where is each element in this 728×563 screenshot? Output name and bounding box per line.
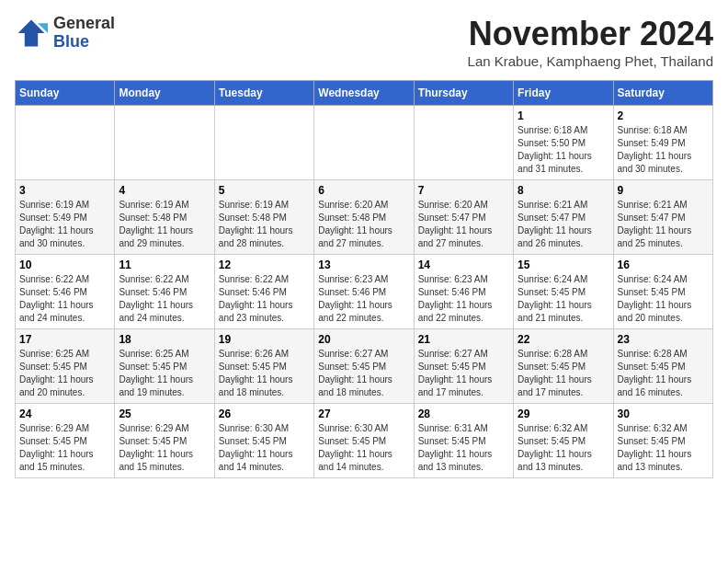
calendar-cell-2-5: 7Sunrise: 6:20 AM Sunset: 5:47 PM Daylig… (414, 180, 513, 255)
calendar-cell-2-1: 3Sunrise: 6:19 AM Sunset: 5:49 PM Daylig… (16, 180, 115, 255)
day-number: 28 (418, 408, 509, 420)
week-row-3: 10Sunrise: 6:22 AM Sunset: 5:46 PM Dayli… (16, 255, 713, 329)
day-number: 6 (318, 184, 409, 197)
calendar-cell-5-4: 27Sunrise: 6:30 AM Sunset: 5:45 PM Dayli… (314, 404, 414, 478)
calendar-cell-3-3: 12Sunrise: 6:22 AM Sunset: 5:46 PM Dayli… (214, 255, 313, 329)
weekday-header-monday: Monday (115, 81, 214, 106)
calendar-cell-4-3: 19Sunrise: 6:26 AM Sunset: 5:45 PM Dayli… (214, 329, 313, 404)
calendar-cell-2-3: 5Sunrise: 6:19 AM Sunset: 5:48 PM Daylig… (214, 180, 313, 255)
calendar-cell-4-4: 20Sunrise: 6:27 AM Sunset: 5:45 PM Dayli… (314, 329, 414, 404)
day-info: Sunrise: 6:22 AM Sunset: 5:46 PM Dayligh… (219, 273, 310, 325)
calendar-table: SundayMondayTuesdayWednesdayThursdayFrid… (15, 80, 713, 478)
day-number: 12 (219, 259, 310, 271)
day-number: 30 (618, 408, 709, 420)
header: General Blue November 2024 Lan Krabue, K… (15, 15, 713, 69)
day-info: Sunrise: 6:22 AM Sunset: 5:46 PM Dayligh… (19, 273, 110, 325)
day-info: Sunrise: 6:24 AM Sunset: 5:45 PM Dayligh… (518, 273, 609, 325)
calendar-cell-3-5: 14Sunrise: 6:23 AM Sunset: 5:46 PM Dayli… (414, 255, 513, 329)
day-number: 27 (318, 408, 409, 420)
week-row-5: 24Sunrise: 6:29 AM Sunset: 5:45 PM Dayli… (16, 404, 713, 478)
day-number: 1 (518, 109, 609, 122)
day-info: Sunrise: 6:32 AM Sunset: 5:45 PM Dayligh… (618, 422, 709, 474)
day-info: Sunrise: 6:19 AM Sunset: 5:49 PM Dayligh… (19, 199, 110, 250)
day-info: Sunrise: 6:23 AM Sunset: 5:46 PM Dayligh… (418, 273, 509, 325)
day-info: Sunrise: 6:30 AM Sunset: 5:45 PM Dayligh… (318, 422, 409, 474)
calendar-cell-1-4 (314, 106, 414, 180)
day-number: 25 (119, 408, 210, 420)
day-info: Sunrise: 6:18 AM Sunset: 5:50 PM Dayligh… (518, 124, 609, 176)
day-info: Sunrise: 6:21 AM Sunset: 5:47 PM Dayligh… (618, 199, 709, 250)
title-area: November 2024 Lan Krabue, Kamphaeng Phet… (468, 15, 713, 69)
logo-text: General Blue (53, 15, 115, 52)
calendar-cell-3-2: 11Sunrise: 6:22 AM Sunset: 5:46 PM Dayli… (115, 255, 214, 329)
day-info: Sunrise: 6:18 AM Sunset: 5:49 PM Dayligh… (618, 124, 709, 176)
calendar-cell-1-7: 2Sunrise: 6:18 AM Sunset: 5:49 PM Daylig… (613, 106, 712, 180)
day-info: Sunrise: 6:32 AM Sunset: 5:45 PM Dayligh… (518, 422, 609, 474)
calendar-cell-1-5 (414, 106, 513, 180)
day-number: 7 (418, 184, 509, 197)
weekday-header-row: SundayMondayTuesdayWednesdayThursdayFrid… (16, 81, 713, 106)
day-number: 20 (318, 333, 409, 346)
day-number: 17 (19, 333, 110, 346)
weekday-header-thursday: Thursday (414, 81, 513, 106)
day-info: Sunrise: 6:20 AM Sunset: 5:47 PM Dayligh… (418, 199, 509, 250)
calendar-cell-2-2: 4Sunrise: 6:19 AM Sunset: 5:48 PM Daylig… (115, 180, 214, 255)
day-number: 29 (518, 408, 609, 420)
day-info: Sunrise: 6:27 AM Sunset: 5:45 PM Dayligh… (418, 348, 509, 399)
day-number: 14 (418, 259, 509, 271)
calendar-cell-3-1: 10Sunrise: 6:22 AM Sunset: 5:46 PM Dayli… (16, 255, 115, 329)
calendar-cell-5-7: 30Sunrise: 6:32 AM Sunset: 5:45 PM Dayli… (613, 404, 712, 478)
week-row-2: 3Sunrise: 6:19 AM Sunset: 5:49 PM Daylig… (16, 180, 713, 255)
day-number: 10 (19, 259, 110, 271)
logo: General Blue (15, 15, 115, 52)
calendar-cell-4-7: 23Sunrise: 6:28 AM Sunset: 5:45 PM Dayli… (613, 329, 712, 404)
day-number: 24 (19, 408, 110, 420)
day-number: 11 (119, 259, 210, 271)
calendar-cell-3-6: 15Sunrise: 6:24 AM Sunset: 5:45 PM Dayli… (514, 255, 613, 329)
day-number: 19 (219, 333, 310, 346)
day-number: 3 (19, 184, 110, 197)
day-number: 26 (219, 408, 310, 420)
calendar-cell-1-2 (115, 106, 214, 180)
calendar-cell-5-3: 26Sunrise: 6:30 AM Sunset: 5:45 PM Dayli… (214, 404, 313, 478)
day-info: Sunrise: 6:25 AM Sunset: 5:45 PM Dayligh… (19, 348, 110, 399)
calendar-cell-2-4: 6Sunrise: 6:20 AM Sunset: 5:48 PM Daylig… (314, 180, 414, 255)
day-info: Sunrise: 6:25 AM Sunset: 5:45 PM Dayligh… (119, 348, 210, 399)
calendar-cell-5-2: 25Sunrise: 6:29 AM Sunset: 5:45 PM Dayli… (115, 404, 214, 478)
calendar-cell-4-2: 18Sunrise: 6:25 AM Sunset: 5:45 PM Dayli… (115, 329, 214, 404)
day-info: Sunrise: 6:31 AM Sunset: 5:45 PM Dayligh… (418, 422, 509, 474)
day-number: 2 (618, 109, 709, 122)
weekday-header-wednesday: Wednesday (314, 81, 414, 106)
day-info: Sunrise: 6:20 AM Sunset: 5:48 PM Dayligh… (318, 199, 409, 250)
calendar-cell-5-6: 29Sunrise: 6:32 AM Sunset: 5:45 PM Dayli… (514, 404, 613, 478)
calendar-cell-3-4: 13Sunrise: 6:23 AM Sunset: 5:46 PM Dayli… (314, 255, 414, 329)
day-info: Sunrise: 6:29 AM Sunset: 5:45 PM Dayligh… (119, 422, 210, 474)
day-number: 8 (518, 184, 609, 197)
calendar-cell-1-3 (214, 106, 313, 180)
week-row-1: 1Sunrise: 6:18 AM Sunset: 5:50 PM Daylig… (16, 106, 713, 180)
day-number: 4 (119, 184, 210, 197)
weekday-header-saturday: Saturday (613, 81, 712, 106)
day-info: Sunrise: 6:19 AM Sunset: 5:48 PM Dayligh… (219, 199, 310, 250)
day-info: Sunrise: 6:26 AM Sunset: 5:45 PM Dayligh… (219, 348, 310, 399)
day-number: 18 (119, 333, 210, 346)
calendar-cell-2-6: 8Sunrise: 6:21 AM Sunset: 5:47 PM Daylig… (514, 180, 613, 255)
calendar-cell-5-1: 24Sunrise: 6:29 AM Sunset: 5:45 PM Dayli… (16, 404, 115, 478)
day-number: 5 (219, 184, 310, 197)
day-number: 16 (618, 259, 709, 271)
logo-icon (15, 17, 48, 50)
calendar-cell-5-5: 28Sunrise: 6:31 AM Sunset: 5:45 PM Dayli… (414, 404, 513, 478)
calendar-cell-2-7: 9Sunrise: 6:21 AM Sunset: 5:47 PM Daylig… (613, 180, 712, 255)
logo-blue-text: Blue (53, 33, 115, 52)
day-info: Sunrise: 6:19 AM Sunset: 5:48 PM Dayligh… (119, 199, 210, 250)
calendar-cell-1-1 (16, 106, 115, 180)
day-number: 22 (518, 333, 609, 346)
day-info: Sunrise: 6:30 AM Sunset: 5:45 PM Dayligh… (219, 422, 310, 474)
calendar-cell-4-5: 21Sunrise: 6:27 AM Sunset: 5:45 PM Dayli… (414, 329, 513, 404)
day-number: 23 (618, 333, 709, 346)
day-info: Sunrise: 6:28 AM Sunset: 5:45 PM Dayligh… (518, 348, 609, 399)
day-info: Sunrise: 6:29 AM Sunset: 5:45 PM Dayligh… (19, 422, 110, 474)
weekday-header-friday: Friday (514, 81, 613, 106)
day-info: Sunrise: 6:22 AM Sunset: 5:46 PM Dayligh… (119, 273, 210, 325)
logo-general-text: General (53, 15, 115, 33)
